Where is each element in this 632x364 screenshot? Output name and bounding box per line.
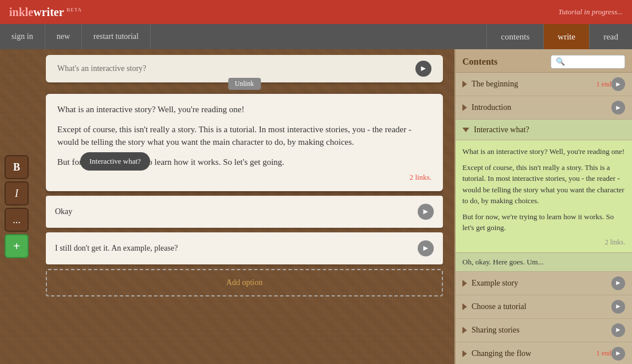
- unlink-button[interactable]: Unlink: [228, 78, 261, 90]
- add-option-label: Add option: [226, 278, 262, 287]
- logo-text: inkleinklewriterwriter BETA: [9, 6, 82, 19]
- story-paragraph-1: What is an interactive story? Well, you'…: [57, 103, 431, 116]
- story-paragraph-2: Except of course, this isn't really a st…: [57, 123, 431, 149]
- scene-label: Interactive what?: [80, 152, 150, 171]
- choice-1-button[interactable]: Okay ►: [46, 196, 443, 228]
- item-badge-changing: 1 end: [596, 349, 611, 358]
- search-icon: 🔍: [556, 57, 565, 66]
- triangle-icon-choose: [462, 303, 467, 310]
- more-button[interactable]: ...: [5, 208, 29, 232]
- item-label-beginning: The beginning: [472, 80, 593, 89]
- choice-1-label: Okay: [55, 207, 72, 216]
- expanded-text-1: What is an interactive story? Well, you'…: [462, 146, 625, 157]
- triangle-icon-example: [462, 280, 467, 287]
- links-count: 2 links.: [57, 173, 431, 182]
- expanded-oh-text: Oh, okay. Here goes. Um...: [456, 253, 632, 272]
- left-toolbar: B I ... +: [5, 155, 29, 258]
- item-label-interactive: Interactive what?: [474, 125, 625, 134]
- tutorial-status: Tutorial in progress...: [558, 7, 623, 17]
- restart-tutorial-button[interactable]: restart tutorial: [82, 24, 151, 49]
- add-button[interactable]: +: [5, 234, 29, 258]
- new-button[interactable]: new: [45, 24, 82, 49]
- item-arrow-sharing[interactable]: ►: [611, 323, 625, 337]
- contents-item-sharing[interactable]: Sharing stories ►: [456, 319, 632, 342]
- triangle-icon-introduction: [462, 104, 467, 111]
- item-label-introduction: Introduction: [472, 103, 611, 112]
- choice-1-arrow: ►: [418, 204, 434, 220]
- triangle-icon-interactive: [462, 128, 469, 132]
- add-option-button[interactable]: Add option: [46, 269, 443, 296]
- item-arrow-beginning[interactable]: ►: [611, 77, 625, 91]
- app-logo: inkleinklewriterwriter BETA: [9, 6, 82, 19]
- item-label-sharing: Sharing stories: [472, 326, 611, 335]
- choice-2-label: I still don't get it. An example, please…: [55, 244, 178, 253]
- triangle-icon-sharing: [462, 327, 467, 334]
- contents-panel: Contents 🔍 The beginning 1 end ► Introdu…: [454, 49, 632, 364]
- write-tab[interactable]: write: [543, 24, 589, 49]
- contents-title: Contents: [462, 57, 497, 67]
- sign-in-button[interactable]: sign in: [0, 24, 45, 49]
- item-arrow-choose[interactable]: ►: [611, 300, 625, 314]
- contents-item-beginning[interactable]: The beginning 1 end ►: [456, 73, 632, 96]
- item-label-choose: Choose a tutorial: [472, 302, 611, 311]
- story-canvas: B I ... + What's an interactive story? ►…: [0, 49, 454, 364]
- triangle-icon-changing: [462, 350, 467, 357]
- expanded-links: 2 links.: [462, 238, 625, 247]
- triangle-icon-beginning: [462, 81, 467, 88]
- bold-button[interactable]: B: [5, 155, 29, 179]
- expanded-content-interactive: What is an interactive story? Well, you'…: [456, 140, 632, 253]
- contents-header: Contents 🔍: [456, 49, 632, 73]
- contents-item-changing[interactable]: Changing the flow 1 end ►: [456, 342, 632, 365]
- item-badge-beginning: 1 end: [596, 80, 611, 89]
- choice-2-arrow: ►: [418, 240, 434, 256]
- choice-2-button[interactable]: I still don't get it. An example, please…: [46, 232, 443, 264]
- card-arrow-top[interactable]: ►: [415, 61, 431, 77]
- item-arrow-example[interactable]: ►: [611, 276, 625, 290]
- contents-item-introduction[interactable]: Introduction ►: [456, 96, 632, 120]
- item-label-changing: Changing the flow: [472, 349, 593, 358]
- contents-item-example[interactable]: Example story ►: [456, 272, 632, 295]
- item-label-example: Example story: [472, 279, 611, 288]
- italic-button[interactable]: I: [5, 181, 29, 205]
- contents-item-choose[interactable]: Choose a tutorial ►: [456, 295, 632, 319]
- main-layout: B I ... + What's an interactive story? ►…: [0, 49, 632, 364]
- contents-tab[interactable]: contents: [486, 24, 543, 49]
- search-input[interactable]: [567, 58, 625, 66]
- story-area: What's an interactive story? ► Unlink In…: [46, 55, 443, 358]
- expanded-text-3: But for now, we're trying to learn how i…: [462, 211, 625, 234]
- linked-card-text: What's an interactive story?: [57, 64, 146, 73]
- search-box[interactable]: 🔍: [551, 55, 625, 69]
- main-story-card: What is an interactive story? Well, you'…: [46, 94, 443, 191]
- beta-badge: BETA: [66, 7, 82, 13]
- item-arrow-changing[interactable]: ►: [611, 347, 625, 361]
- app-header: inkleinklewriterwriter BETA Tutorial in …: [0, 0, 632, 24]
- contents-list: The beginning 1 end ► Introduction ► Int…: [456, 73, 632, 364]
- contents-item-interactive[interactable]: Interactive what?: [456, 120, 632, 140]
- expanded-text-2: Except of course, this isn't really a st…: [462, 162, 625, 207]
- item-arrow-introduction[interactable]: ►: [611, 101, 625, 114]
- read-tab[interactable]: read: [589, 24, 632, 49]
- navigation-bar: sign in new restart tutorial contents wr…: [0, 24, 632, 49]
